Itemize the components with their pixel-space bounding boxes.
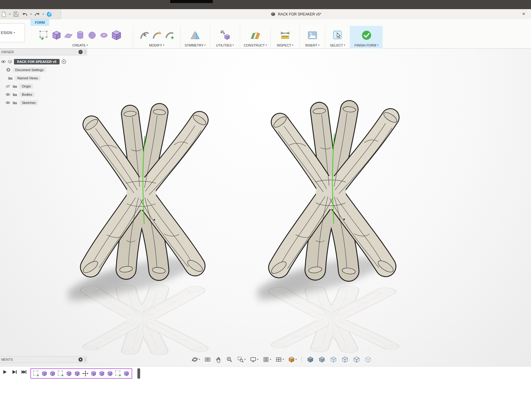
browser-item-label[interactable]: Sketches xyxy=(19,100,38,105)
save-icon[interactable] xyxy=(12,10,19,18)
grid-snaps-button[interactable]: ▾ xyxy=(262,356,272,363)
utilities-button[interactable] xyxy=(220,30,230,40)
timeline-box-feature[interactable] xyxy=(90,370,97,377)
insert-button[interactable] xyxy=(307,30,318,40)
viewports-button[interactable]: ▾ xyxy=(275,356,284,363)
browser-root-label[interactable]: RACK FOR SPEAKER v5 xyxy=(14,59,60,64)
browser-resize-handle[interactable] xyxy=(84,50,86,54)
browser-root-row[interactable]: RACK FOR SPEAKER v5 xyxy=(0,57,87,66)
comments-resize-handle[interactable] xyxy=(84,358,86,361)
box-primitive-button[interactable] xyxy=(52,30,61,40)
job-status-icon[interactable] xyxy=(46,10,53,18)
browser-item-origin[interactable]: Origin xyxy=(0,82,87,90)
display-settings-button[interactable]: ▾ xyxy=(249,356,259,363)
activate-target-icon[interactable] xyxy=(61,59,66,64)
browser-item-label[interactable]: Named Views xyxy=(15,76,40,81)
chevron-down-icon[interactable]: ▾ xyxy=(244,358,246,361)
undo-chevron-icon[interactable]: ▾ xyxy=(30,13,32,15)
browser-item-label[interactable]: Document Settings xyxy=(13,67,46,72)
tspline-body-right[interactable] xyxy=(270,106,398,276)
timeline-form-feature[interactable] xyxy=(33,370,40,377)
timeline-play-button[interactable] xyxy=(2,370,8,374)
display-cube-wire-hidden-button[interactable] xyxy=(341,356,349,363)
eye-icon[interactable] xyxy=(5,93,10,96)
display-cube-ghost-button[interactable] xyxy=(329,356,338,363)
select-menu[interactable]: SELECT ▾ xyxy=(330,43,345,47)
chevron-down-icon[interactable]: ▾ xyxy=(283,358,284,361)
browser-item-label[interactable]: Bodies xyxy=(19,92,35,97)
zoom-button[interactable] xyxy=(226,356,233,363)
redo-chevron-icon[interactable]: ▾ xyxy=(43,13,44,15)
timeline-box-feature[interactable] xyxy=(74,370,81,377)
close-document-button[interactable]: × xyxy=(521,11,527,17)
timeline-form-feature[interactable] xyxy=(115,370,122,377)
inspect-menu[interactable]: INSPECT ▾ xyxy=(277,43,294,47)
browser-item-bodies[interactable]: Bodies xyxy=(0,90,87,98)
finish-form-button[interactable] xyxy=(361,30,372,41)
fit-button[interactable]: ▾ xyxy=(236,356,246,363)
timeline-move-feature[interactable] xyxy=(82,370,89,377)
chevron-down-icon[interactable]: ▾ xyxy=(257,358,258,361)
viewport-canvas[interactable]: OWSER − RACK FOR SPEAKER v5 Document Set… xyxy=(0,49,531,366)
eye-icon[interactable] xyxy=(5,101,10,105)
workspace-selector[interactable]: ESIGN ▾ xyxy=(0,23,25,42)
browser-item-named-views[interactable]: Named Views xyxy=(0,74,87,82)
insert-menu[interactable]: INSERT ▾ xyxy=(305,43,319,47)
eye-off-icon[interactable] xyxy=(5,84,10,88)
plane-primitive-button[interactable] xyxy=(64,30,73,40)
torus-primitive-icon xyxy=(99,30,109,40)
browser-item-document-settings[interactable]: Document Settings xyxy=(0,66,87,74)
timeline-form-feature[interactable] xyxy=(57,370,64,377)
timeline-box-feature[interactable] xyxy=(66,370,72,377)
comments-record-icon[interactable] xyxy=(78,357,83,362)
pan-button[interactable] xyxy=(215,356,222,364)
timeline-step-forward-button[interactable] xyxy=(12,370,17,374)
file-menu-icon[interactable] xyxy=(0,10,7,18)
display-cube-wire-light-button[interactable] xyxy=(364,356,372,363)
timeline-playhead[interactable] xyxy=(137,368,140,379)
document-tab[interactable]: RACK FOR SPEAKER v5* xyxy=(61,9,531,19)
display-cube-solid-button[interactable] xyxy=(306,356,315,363)
browser-collapse-button[interactable]: − xyxy=(78,50,83,54)
crease-tool-button[interactable] xyxy=(152,30,162,40)
timeline-box-feature[interactable] xyxy=(41,370,48,377)
timeline-box-feature[interactable] xyxy=(49,370,56,377)
symmetry-button[interactable] xyxy=(190,30,201,40)
tspline-body-left[interactable] xyxy=(81,109,208,275)
create-menu[interactable]: CREATE ▾ xyxy=(72,43,88,47)
look-at-button[interactable] xyxy=(204,356,212,363)
timeline-box-feature[interactable] xyxy=(123,370,130,377)
edit-form-tool-button[interactable] xyxy=(139,30,150,40)
utilities-menu[interactable]: UTILITIES ▾ xyxy=(216,43,234,47)
file-menu-chevron-icon[interactable]: ▾ xyxy=(9,13,10,15)
timeline-box-feature[interactable] xyxy=(98,370,105,377)
insert-edge-button[interactable] xyxy=(164,30,174,40)
symmetry-menu[interactable]: SYMMETRY ▾ xyxy=(184,43,205,47)
visual-style-button[interactable]: ▾ xyxy=(288,356,297,363)
browser-item-sketches[interactable]: Sketches xyxy=(0,98,87,107)
eye-icon[interactable] xyxy=(1,60,6,64)
timeline-box-feature[interactable] xyxy=(107,370,113,377)
chevron-down-icon[interactable]: ▾ xyxy=(199,358,200,361)
select-button[interactable] xyxy=(333,30,343,40)
finish-form-menu[interactable]: FINISH FORM ▾ xyxy=(354,43,378,47)
display-cube-wireframe-button[interactable] xyxy=(352,356,361,363)
face-primitive-button[interactable] xyxy=(111,30,122,41)
browser-item-label[interactable]: Origin xyxy=(19,84,33,89)
display-cube-shaded-button[interactable] xyxy=(318,356,326,363)
sphere-primitive-button[interactable] xyxy=(87,30,97,40)
edit-form-button[interactable] xyxy=(39,30,50,41)
inspect-button[interactable] xyxy=(280,30,290,40)
chevron-down-icon[interactable]: ▾ xyxy=(295,358,297,361)
torus-primitive-button[interactable] xyxy=(99,30,109,40)
chevron-down-icon[interactable]: ▾ xyxy=(270,358,271,361)
redo-icon[interactable] xyxy=(33,10,41,18)
timeline-go-to-end-button[interactable] xyxy=(21,370,27,374)
orbit-button[interactable]: ▾ xyxy=(191,356,201,363)
construct-button[interactable] xyxy=(250,30,260,40)
undo-icon[interactable] xyxy=(21,10,29,18)
construct-menu[interactable]: CONSTRUCT ▾ xyxy=(244,43,267,47)
cylinder-primitive-button[interactable] xyxy=(75,30,85,40)
modify-menu[interactable]: MODIFY ▾ xyxy=(149,43,164,47)
tab-form[interactable]: FORM xyxy=(30,19,49,26)
